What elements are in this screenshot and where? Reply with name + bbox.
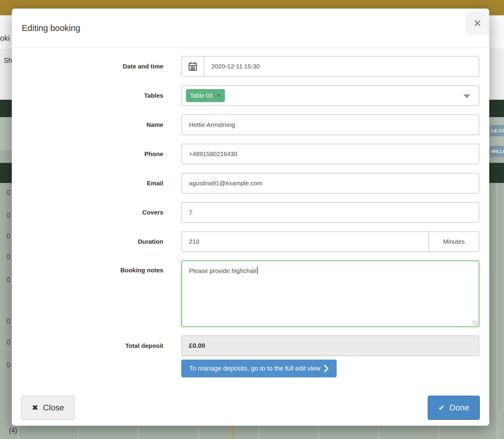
duration-input[interactable] xyxy=(181,231,429,252)
name-row: Name xyxy=(22,114,479,135)
background-booking-badge: WILLY xyxy=(490,146,504,157)
calendar-icon xyxy=(188,61,198,71)
covers-row: Covers xyxy=(22,202,479,223)
phone-input[interactable] xyxy=(181,144,479,164)
covers-input[interactable] xyxy=(181,202,479,223)
total-deposit-row: Total deposit £0.00 xyxy=(22,335,479,356)
total-deposit-value: £0.00 xyxy=(181,335,479,356)
tables-row: Tables Table 03 ✕ xyxy=(22,85,479,106)
email-row: Email xyxy=(22,173,479,194)
background-grid-line xyxy=(496,183,497,439)
phone-row: Phone xyxy=(22,144,479,164)
background-partial-title: oki xyxy=(0,34,10,43)
email-input[interactable] xyxy=(181,173,479,194)
close-icon: ✕ xyxy=(473,18,482,29)
date-time-label: Date and time xyxy=(22,56,181,77)
total-deposit-label: Total deposit xyxy=(22,335,181,356)
email-label: Email xyxy=(22,173,181,194)
background-partial-show-text: Sh xyxy=(4,57,12,65)
chevron-down-icon xyxy=(463,94,470,98)
modal-footer: ✖ Close ✔ Done xyxy=(12,396,489,426)
calendar-addon[interactable] xyxy=(181,56,204,77)
text-cursor xyxy=(257,266,258,274)
manage-deposits-row: To manage deposits, go to to the full ed… xyxy=(22,360,479,377)
duration-label: Duration xyxy=(22,231,181,252)
table-tag: Table 03 ✕ xyxy=(186,89,225,102)
date-time-row: Date and time xyxy=(22,56,479,77)
covers-label: Covers xyxy=(22,202,181,223)
remove-table-icon[interactable]: ✕ xyxy=(217,93,221,99)
screen: oki Sh 0 0 0 0 0 0 0 0 LE.CO WILLY (4) E… xyxy=(0,0,504,439)
background-covers-count: (4) xyxy=(9,427,17,435)
done-button-label: Done xyxy=(449,403,469,412)
phone-label: Phone xyxy=(22,144,181,164)
duration-row: Duration Minutes xyxy=(22,231,479,252)
tables-label: Tables xyxy=(22,85,181,106)
chevron-right-icon xyxy=(324,365,329,372)
modal-body: Date and time xyxy=(12,48,489,377)
duration-unit-addon: Minutes xyxy=(429,231,479,252)
modal-header: Editing booking ✕ xyxy=(12,9,489,48)
modal-close-button[interactable]: ✕ xyxy=(466,11,489,35)
booking-notes-text: Please provide highchair xyxy=(189,267,257,274)
modal-title: Editing booking xyxy=(22,9,80,47)
manage-deposits-label: To manage deposits, go to to the full ed… xyxy=(189,365,320,372)
close-button-label: Close xyxy=(43,403,64,412)
booking-notes-row: Booking notes Please provide highchair xyxy=(22,261,479,327)
resize-handle[interactable] xyxy=(472,320,478,325)
booking-notes-textarea[interactable]: Please provide highchair xyxy=(181,261,479,327)
tables-select[interactable]: Table 03 ✕ xyxy=(181,85,479,106)
editing-booking-modal: Editing booking ✕ Date and time xyxy=(12,9,489,426)
name-label: Name xyxy=(22,114,181,135)
x-icon: ✖ xyxy=(32,403,38,412)
manage-deposits-button[interactable]: To manage deposits, go to to the full ed… xyxy=(181,360,337,377)
table-tag-label: Table 03 xyxy=(190,92,213,99)
check-icon: ✔ xyxy=(438,403,445,412)
name-input[interactable] xyxy=(181,114,479,135)
date-time-input[interactable] xyxy=(204,56,479,77)
done-button[interactable]: ✔ Done xyxy=(428,396,480,420)
background-booking-badge: LE.CO xyxy=(490,125,504,136)
booking-notes-label: Booking notes xyxy=(22,261,181,327)
close-button[interactable]: ✖ Close xyxy=(21,396,75,420)
